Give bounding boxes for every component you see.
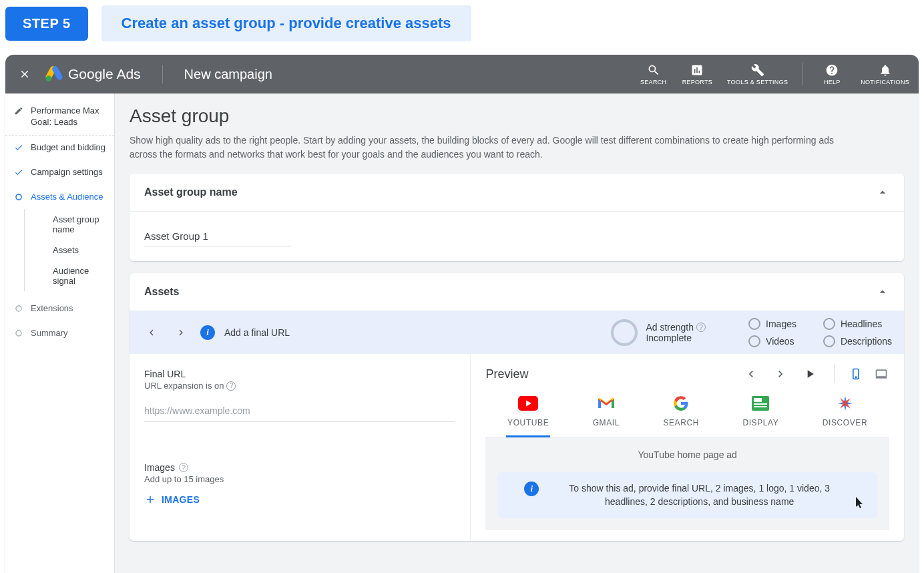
final-url-input[interactable] bbox=[144, 400, 455, 422]
google-ads-icon bbox=[45, 66, 63, 82]
sidebar-item-goal[interactable]: Performance MaxGoal: Leads bbox=[5, 99, 114, 136]
sidebar-sub-assets[interactable]: Assets bbox=[24, 240, 114, 260]
sidebar-item-summary[interactable]: Summary bbox=[5, 321, 114, 346]
divider bbox=[162, 65, 163, 83]
step-caption: Create an asset group - provide creative… bbox=[101, 5, 471, 41]
sidebar-item-budget[interactable]: Budget and bidding bbox=[5, 136, 114, 160]
chevron-up-icon bbox=[876, 186, 889, 199]
images-sub: Add up to 15 images bbox=[144, 474, 455, 484]
check-descriptions: Descriptions bbox=[823, 335, 892, 347]
svg-point-1 bbox=[16, 194, 21, 199]
youtube-icon bbox=[518, 395, 538, 411]
check-icon bbox=[13, 168, 24, 177]
tab-discover[interactable]: DISCOVER bbox=[816, 391, 874, 437]
tab-youtube[interactable]: YOUTUBE bbox=[501, 391, 555, 437]
google-g-icon bbox=[673, 395, 689, 411]
tab-gmail[interactable]: GMAIL bbox=[586, 391, 626, 437]
images-label: Images ? bbox=[144, 462, 455, 473]
app-shell: Google Ads New campaign SEARCH REPORTS T… bbox=[5, 55, 919, 573]
sidebar-sub-asset-group-name[interactable]: Asset group name bbox=[24, 209, 114, 240]
divider bbox=[802, 63, 803, 85]
preview-prev[interactable] bbox=[742, 365, 760, 383]
step-badge: STEP 5 bbox=[5, 7, 88, 41]
final-url-sub: URL expansion is on ? bbox=[144, 381, 455, 391]
asset-group-name-card: Asset group name bbox=[130, 174, 904, 261]
pencil-icon bbox=[13, 106, 24, 116]
bell-icon bbox=[879, 63, 892, 77]
sidebar-item-settings[interactable]: Campaign settings bbox=[5, 160, 114, 185]
info-icon: i bbox=[200, 325, 215, 340]
svg-rect-6 bbox=[877, 370, 887, 377]
card-header-asset-group-name[interactable]: Asset group name bbox=[130, 174, 904, 212]
circle-empty-icon bbox=[823, 318, 835, 330]
help-icon[interactable]: ? bbox=[226, 381, 236, 391]
svg-point-5 bbox=[855, 377, 857, 378]
info-icon: i bbox=[524, 482, 539, 496]
search-icon bbox=[647, 63, 660, 77]
preview-play[interactable] bbox=[800, 365, 819, 383]
assets-strip: i Add a final URL Ad strength ? Incomple… bbox=[130, 311, 904, 354]
google-ads-logo[interactable]: Google Ads bbox=[45, 66, 141, 82]
preview-caption: YouTube home page ad bbox=[497, 449, 877, 460]
divider bbox=[834, 365, 835, 383]
topbar-reports[interactable]: REPORTS bbox=[682, 63, 712, 85]
svg-rect-9 bbox=[754, 398, 762, 402]
device-desktop[interactable] bbox=[873, 367, 889, 381]
help-icon[interactable]: ? bbox=[179, 463, 188, 472]
topbar-help[interactable]: HELP bbox=[818, 63, 846, 85]
svg-point-3 bbox=[16, 331, 21, 336]
page-title: Asset group bbox=[130, 106, 904, 127]
step-header: STEP 5 Create an asset group - provide c… bbox=[5, 5, 919, 41]
circle-empty-icon bbox=[748, 335, 760, 347]
add-images-button[interactable]: IMAGES bbox=[144, 494, 200, 506]
assets-card: Assets i Add a final URL Ad strength ? I… bbox=[130, 273, 904, 541]
ad-strength-ring-icon bbox=[611, 319, 638, 346]
circle-pending-icon bbox=[13, 329, 24, 338]
final-url-label: Final URL bbox=[144, 369, 455, 379]
topbar-tools[interactable]: TOOLS & SETTINGS bbox=[727, 63, 788, 85]
topbar-notifications[interactable]: NOTIFICATIONS bbox=[861, 63, 909, 85]
reports-icon bbox=[690, 63, 704, 77]
cursor-icon bbox=[856, 497, 865, 509]
svg-point-2 bbox=[16, 306, 21, 311]
circle-pending-icon bbox=[13, 304, 24, 313]
preview-next[interactable] bbox=[771, 365, 790, 383]
strip-instruction: Add a final URL bbox=[224, 327, 290, 338]
check-images: Images bbox=[748, 318, 796, 330]
close-icon[interactable] bbox=[15, 64, 35, 84]
preview-callout: i To show this ad, provide final URL, 2 … bbox=[497, 472, 877, 518]
tools-icon bbox=[751, 63, 764, 77]
gmail-icon bbox=[597, 395, 616, 411]
page-title-topbar: New campaign bbox=[184, 67, 272, 82]
svg-rect-11 bbox=[754, 406, 767, 407]
help-icon bbox=[825, 63, 839, 77]
check-headlines: Headlines bbox=[823, 318, 892, 330]
card-header-assets[interactable]: Assets bbox=[130, 273, 904, 311]
svg-point-0 bbox=[46, 75, 52, 81]
device-mobile[interactable] bbox=[849, 365, 863, 383]
chevron-left-icon[interactable] bbox=[142, 323, 162, 343]
plus-icon bbox=[144, 494, 156, 506]
help-icon[interactable]: ? bbox=[696, 323, 706, 332]
sidebar: Performance MaxGoal: Leads Budget and bi… bbox=[5, 93, 115, 573]
topbar-search[interactable]: SEARCH bbox=[640, 63, 668, 85]
sidebar-item-extensions[interactable]: Extensions bbox=[5, 297, 114, 321]
chevron-right-icon[interactable] bbox=[171, 323, 191, 343]
display-icon bbox=[752, 395, 769, 411]
tab-display[interactable]: DISPLAY bbox=[736, 391, 785, 437]
asset-group-name-input[interactable] bbox=[144, 226, 291, 246]
topbar: Google Ads New campaign SEARCH REPORTS T… bbox=[5, 55, 919, 93]
page-description: Show high quality ads to the right peopl… bbox=[130, 134, 864, 162]
tab-search[interactable]: SEARCH bbox=[656, 391, 706, 437]
check-videos: Videos bbox=[748, 335, 796, 347]
chevron-up-icon bbox=[876, 285, 889, 299]
sidebar-item-assets-audience[interactable]: Assets & Audience bbox=[5, 185, 114, 210]
main-content: Asset group Show high quality ads to the… bbox=[115, 93, 919, 573]
circle-current-icon bbox=[13, 192, 24, 202]
circle-empty-icon bbox=[823, 335, 835, 347]
preview-body: YouTube home page ad i To show this ad, … bbox=[485, 437, 889, 530]
preview-title: Preview bbox=[485, 367, 528, 381]
sidebar-sub-audience-signal[interactable]: Audience signal bbox=[24, 260, 114, 291]
brand-text: Google Ads bbox=[68, 66, 141, 82]
check-icon bbox=[13, 143, 24, 152]
